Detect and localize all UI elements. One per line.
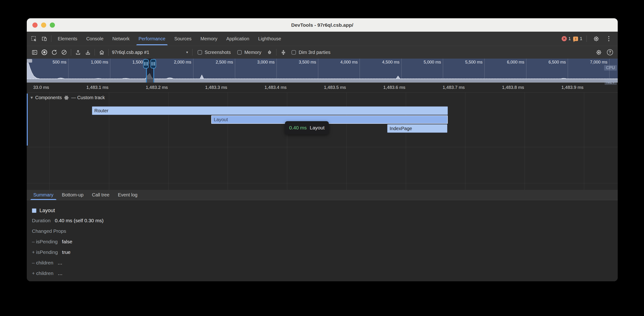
toggle-sidebar-icon[interactable] <box>30 47 40 57</box>
console-errors-badge[interactable]: × 1 <box>562 36 571 41</box>
device-toolbar-icon[interactable] <box>39 32 49 46</box>
tooltip-duration: 0.40 ms <box>289 125 307 131</box>
track-title: Components <box>35 95 62 100</box>
grid-line <box>465 93 466 190</box>
summary-row--ispending: – isPendingfalse <box>32 236 618 247</box>
devtools-tabbar: ElementsConsoleNetworkPerformanceSources… <box>27 32 618 46</box>
atom-icon <box>64 95 69 100</box>
toolbar-separator <box>108 49 109 55</box>
flamechart-area[interactable]: ▼ Components — Custom track Router Layou… <box>27 93 618 190</box>
issues-badge[interactable]: ! 1 <box>573 36 582 41</box>
tab-sources[interactable]: Sources <box>170 32 196 46</box>
shrink-flamechart-icon[interactable] <box>278 47 288 57</box>
ruler-tick-label: 33.0 ms <box>33 82 49 92</box>
cpu-activity-chart <box>27 59 618 82</box>
detail-time-ruler: 33.0 ms1,483.1 ms1,483.2 ms1,483.3 ms1,4… <box>27 82 618 93</box>
ruler-tick-label: 1,483.1 ms <box>86 82 108 92</box>
ruler-tick-label: 1,483.6 ms <box>383 82 405 92</box>
ruler-tick-label: 1,483.7 ms <box>443 82 465 92</box>
tab-performance[interactable]: Performance <box>134 32 170 46</box>
toolbar-separator <box>192 49 192 55</box>
collapse-track-icon[interactable]: ▼ <box>30 96 33 99</box>
performance-toolbar: 97r6ql.csb.app #1 ▾ Screenshots Memory <box>27 46 618 59</box>
tabbar-separator <box>586 35 587 42</box>
tab-application[interactable]: Application <box>222 32 254 46</box>
cpu-track-label: CPU <box>604 65 617 70</box>
grid-line <box>524 93 525 190</box>
ruler-tick-label: 1,483.9 ms <box>562 82 584 92</box>
toolbar-separator <box>276 49 276 55</box>
timeline-scrubber: 500 ms1,000 ms1,500 ms2,000 ms2,500 ms3,… <box>27 59 618 93</box>
overview-corner-chip <box>27 59 32 63</box>
ruler-tick-label: 1,483.5 ms <box>324 82 346 92</box>
ruler-tick-label: 1,483.3 ms <box>205 82 227 92</box>
issue-count: 1 <box>580 36 582 41</box>
tab-memory[interactable]: Memory <box>196 32 222 46</box>
capture-settings-gear-icon[interactable] <box>594 47 604 57</box>
clear-icon[interactable] <box>59 47 69 57</box>
summary-row--children: – children… <box>32 257 618 268</box>
net-track-label: NET <box>604 79 617 85</box>
summary-row-duration: Duration0.40 ms (self 0.30 ms) <box>32 215 618 226</box>
tab-event-log[interactable]: Event log <box>114 190 142 200</box>
summary-row--children: + children… <box>32 268 618 279</box>
screenshots-checkbox[interactable]: Screenshots <box>198 50 231 55</box>
toolbar-separator <box>94 49 95 55</box>
summary-row-value: … <box>58 260 62 266</box>
track-header[interactable]: ▼ Components — Custom track <box>30 95 105 100</box>
settings-gear-icon[interactable] <box>591 36 601 42</box>
record-and-reload-icon[interactable] <box>49 47 59 57</box>
selection-left-handle[interactable] <box>143 59 149 68</box>
summary-row-value: 0.40 ms (self 0.30 ms) <box>55 218 104 223</box>
dim-3rd-parties-label: Dim 3rd parties <box>298 50 330 55</box>
tab-network[interactable]: Network <box>108 32 134 46</box>
help-icon[interactable]: ? <box>605 47 615 57</box>
memory-label: Memory <box>244 50 261 55</box>
screenshots-label: Screenshots <box>205 50 231 55</box>
tab-lighthouse[interactable]: Lighthouse <box>254 32 286 46</box>
summary-row-label: + children <box>32 271 54 276</box>
tab-bottom-up[interactable]: Bottom-up <box>58 190 88 200</box>
grid-line <box>27 147 618 147</box>
tab-elements[interactable]: Elements <box>53 32 82 46</box>
summary-row-changed-props: Changed Props <box>32 226 618 236</box>
summary-title-row: Layout <box>32 206 618 215</box>
collect-garbage-icon[interactable] <box>264 47 274 57</box>
tooltip-label: Layout <box>310 125 324 131</box>
target-selector[interactable]: 97r6ql.csb.app #1 ▾ <box>110 50 190 55</box>
memory-checkbox[interactable]: Memory <box>237 50 261 55</box>
flame-tooltip: 0.40 ms Layout <box>285 121 329 134</box>
flame-bar-router[interactable]: Router <box>92 106 448 115</box>
inspect-element-icon[interactable] <box>29 32 39 46</box>
grid-line <box>584 93 584 190</box>
summary-row--ispending: + isPendingtrue <box>32 247 618 257</box>
zoom-window-button[interactable] <box>50 22 55 28</box>
tab-console[interactable]: Console <box>82 32 108 46</box>
tabbar-right-cluster: × 1 ! 1 <box>562 32 618 46</box>
tabbar-separator <box>51 35 52 42</box>
error-icon: × <box>562 36 567 41</box>
download-profile-icon[interactable] <box>83 47 93 57</box>
tab-call-tree[interactable]: Call tree <box>88 190 114 200</box>
summary-row-value: … <box>58 271 63 276</box>
home-icon[interactable] <box>97 47 106 57</box>
close-window-button[interactable] <box>32 22 38 28</box>
tab-summary[interactable]: Summary <box>29 190 58 200</box>
devtools-window: DevTools - 97r6ql.csb.app/ ElementsConso… <box>27 18 618 281</box>
minimize-window-button[interactable] <box>41 22 46 28</box>
chevron-down-icon: ▾ <box>186 50 188 54</box>
dim-3rd-parties-checkbox[interactable]: Dim 3rd parties <box>292 50 330 55</box>
timeline-overview[interactable]: 500 ms1,000 ms1,500 ms2,000 ms2,500 ms3,… <box>27 59 618 82</box>
flame-bar-layout[interactable]: Layout <box>211 115 448 124</box>
summary-row-label: + isPending <box>32 249 58 255</box>
panel-tabs: ElementsConsoleNetworkPerformanceSources… <box>53 32 286 46</box>
selection-right-handle[interactable] <box>150 59 156 68</box>
flame-bar-indexpage[interactable]: IndexPage <box>387 124 447 133</box>
event-color-swatch <box>32 208 36 213</box>
network-strip <box>27 79 618 82</box>
upload-profile-icon[interactable] <box>73 47 83 57</box>
details-tabbar: SummaryBottom-upCall treeEvent log <box>27 190 618 200</box>
more-options-icon[interactable] <box>604 36 614 41</box>
record-icon[interactable] <box>40 47 49 57</box>
target-label: 97r6ql.csb.app #1 <box>112 50 149 55</box>
